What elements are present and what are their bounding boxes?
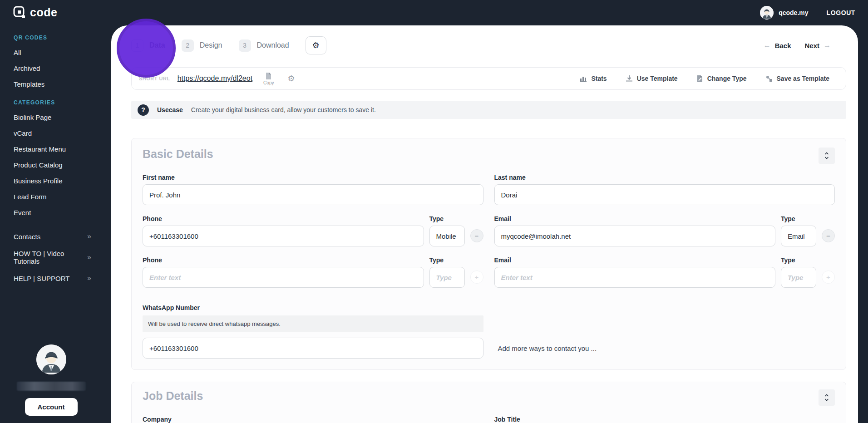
back-button[interactable]: ← Back — [764, 41, 791, 49]
save-as-template-label: Save as Template — [777, 75, 829, 82]
account-button[interactable]: Account — [25, 398, 78, 416]
step-download[interactable]: 3 Download — [239, 39, 289, 52]
reorder-section-button[interactable] — [819, 389, 835, 406]
type-label: Type — [429, 256, 465, 264]
sidebar-item-lead-form[interactable]: Lead Form — [0, 189, 102, 205]
add-email-button[interactable]: + — [822, 271, 835, 284]
plus-icon: + — [475, 273, 479, 281]
copy-icon — [265, 72, 272, 80]
phone-label: Phone — [143, 256, 424, 264]
sidebar-item-restaurant-menu[interactable]: Restaurant Menu — [0, 141, 102, 157]
use-template-button[interactable]: Use Template — [626, 75, 678, 82]
settings-gear-button[interactable]: ⚙ — [306, 36, 326, 54]
sidebar-item-product-catalog[interactable]: Product Catalog — [0, 157, 102, 173]
sidebar-item-vcard[interactable]: vCard — [0, 125, 102, 141]
email-2-input[interactable] — [494, 267, 776, 288]
sidebar-link-help-support[interactable]: HELP | SUPPORT » — [0, 270, 102, 287]
next-button[interactable]: Next → — [804, 41, 831, 49]
step-number: 1 — [131, 39, 143, 52]
step-label: Download — [257, 41, 289, 49]
first-name-input[interactable] — [143, 184, 483, 205]
step-number: 3 — [239, 39, 251, 52]
change-type-button[interactable]: Change Type — [697, 75, 747, 82]
step-design[interactable]: 2 Design — [182, 39, 222, 52]
company-label: Company — [143, 416, 483, 423]
whatsapp-block: WhatsApp Number Will be used to receive … — [143, 304, 483, 359]
email-1-input[interactable] — [494, 226, 776, 246]
use-template-label: Use Template — [637, 75, 678, 82]
add-more-text: Add more ways to contact you ... — [498, 344, 597, 352]
job-details-card: Job Details Company Job Title — [131, 382, 846, 423]
up-down-chevrons-icon — [824, 152, 829, 159]
sidebar-link-contacts[interactable]: Contacts » — [0, 228, 102, 245]
step-label: Design — [200, 41, 222, 49]
sidebar-item-event[interactable]: Event — [0, 205, 102, 221]
user-menu[interactable]: qcode.my — [760, 6, 808, 20]
reorder-section-button[interactable] — [819, 148, 835, 164]
phone-1-input[interactable] — [143, 226, 424, 246]
last-name-field: Last name — [494, 174, 835, 205]
whatsapp-label: WhatsApp Number — [143, 304, 483, 311]
type-label: Type — [781, 215, 816, 222]
type-label: Type — [429, 215, 465, 222]
sidebar-link-how-to-video-tutorials[interactable]: HOW TO | Video Tutorials » — [0, 245, 102, 270]
shorturl-label: SHORT URL — [139, 76, 170, 81]
shorturl-link[interactable]: https://qcode.my/dl2eot — [178, 74, 252, 83]
email-2-type-select[interactable] — [781, 267, 816, 288]
shorturl-gear-icon[interactable]: ⚙ — [287, 74, 295, 84]
job-title-field: Job Title — [494, 416, 835, 423]
job-details-title: Job Details — [143, 389, 203, 403]
step-data[interactable]: 1 Data — [131, 39, 165, 52]
last-name-input[interactable] — [494, 184, 835, 205]
email-1-type-select[interactable] — [781, 226, 816, 246]
topbar-right: qcode.my LOGOUT — [760, 6, 855, 20]
add-phone-button[interactable]: + — [470, 271, 483, 284]
user-name: qcode.my — [779, 9, 808, 16]
arrow-right-icon: → — [824, 41, 831, 49]
phone-2-row: Phone Type + — [143, 256, 483, 288]
sidebar-item-all[interactable]: All — [0, 44, 102, 60]
copy-url-button[interactable]: Copy — [263, 72, 274, 85]
usecase-text: Create your digital business card, allow… — [191, 106, 376, 113]
sidebar-item-templates[interactable]: Templates — [0, 76, 102, 92]
phone-1-row: Phone Type − — [143, 215, 483, 246]
app-logo[interactable]: code — [13, 5, 57, 20]
steps-row: 1 Data 2 Design 3 Download ⚙ ← Back Next… — [131, 35, 846, 55]
stats-button[interactable]: Stats — [580, 75, 607, 82]
copy-caption: Copy — [263, 80, 274, 85]
arrow-left-icon: ← — [764, 41, 771, 49]
phone-2-type-select[interactable] — [429, 267, 465, 288]
change-type-label: Change Type — [707, 75, 747, 82]
save-template-icon — [766, 75, 772, 82]
logo-text: code — [30, 6, 57, 19]
step-label: Data — [149, 41, 165, 49]
stats-label: Stats — [591, 75, 607, 82]
sidebar-item-archived[interactable]: Archived — [0, 60, 102, 76]
sidebar-header-qr-codes: QR CODES — [0, 34, 102, 41]
chevron-double-right-icon: » — [87, 274, 91, 282]
last-name-label: Last name — [494, 174, 835, 181]
logout-button[interactable]: LOGOUT — [827, 9, 855, 16]
add-more-cell: Add more ways to contact you ... — [494, 298, 835, 359]
phone-2-input[interactable] — [143, 267, 424, 288]
sidebar-link-label: Contacts — [14, 233, 40, 241]
topbar: code qcode.my LOGOUT — [0, 0, 868, 25]
usecase-banner: ? Usecase Create your digital business c… — [131, 101, 846, 119]
usecase-title: Usecase — [157, 106, 183, 113]
remove-phone-button[interactable]: − — [470, 229, 483, 242]
sidebar-item-business-profile[interactable]: Business Profile — [0, 173, 102, 189]
basic-details-card: Basic Details First name Last name — [131, 138, 846, 370]
email-label: Email — [494, 215, 776, 222]
back-label: Back — [775, 42, 791, 49]
question-mark-icon: ? — [138, 104, 149, 116]
whatsapp-input[interactable] — [143, 338, 483, 359]
qr-toolbar: Stats Use Template — [580, 75, 829, 82]
phone-label: Phone — [143, 215, 424, 222]
sidebar-link-label: HELP | SUPPORT — [14, 275, 69, 282]
remove-email-button[interactable]: − — [822, 229, 835, 242]
first-name-field: First name — [143, 174, 483, 205]
phone-1-type-select[interactable] — [429, 226, 465, 246]
save-as-template-button[interactable]: Save as Template — [766, 75, 829, 82]
main-panel: 1 Data 2 Design 3 Download ⚙ ← Back Next… — [111, 25, 858, 423]
sidebar-item-biolink-page[interactable]: Biolink Page — [0, 109, 102, 125]
